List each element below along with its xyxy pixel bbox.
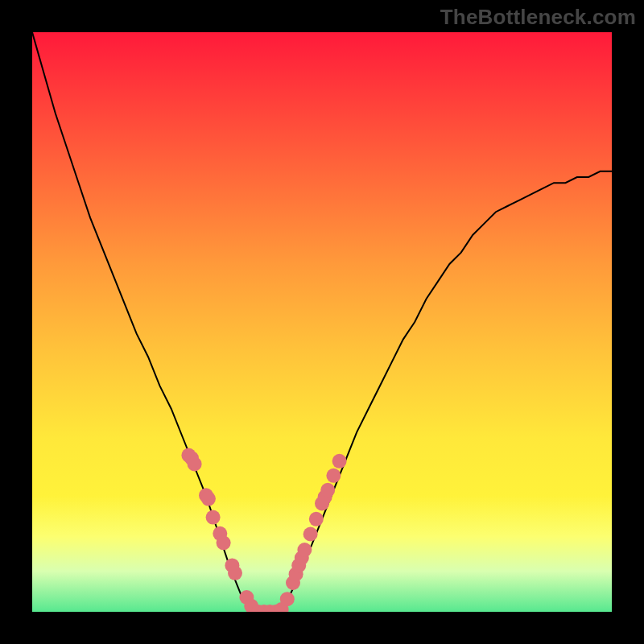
- watermark-text: TheBottleneck.com: [440, 5, 636, 30]
- marker-point: [206, 510, 221, 525]
- marker-point: [297, 543, 312, 557]
- bottleneck-curve: [32, 32, 612, 612]
- plot-area: [32, 32, 612, 612]
- marker-point: [332, 454, 347, 469]
- marker-point: [326, 469, 341, 483]
- marker-point: [188, 456, 202, 471]
- marker-point: [309, 512, 324, 526]
- marker-point: [217, 535, 231, 550]
- chart-svg: [32, 32, 612, 612]
- marker-point: [280, 592, 295, 606]
- marker-group: [181, 448, 346, 612]
- marker-point: [303, 527, 318, 542]
- marker-point: [228, 566, 242, 580]
- marker-point: [320, 483, 335, 497]
- chart-frame: TheBottleneck.com: [0, 0, 644, 644]
- marker-point: [201, 492, 216, 506]
